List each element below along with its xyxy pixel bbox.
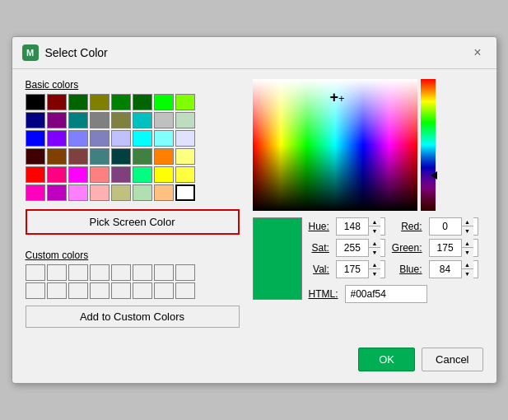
basic-color-swatch[interactable] xyxy=(90,148,110,165)
basic-color-swatch[interactable] xyxy=(154,166,174,183)
basic-color-swatch[interactable] xyxy=(26,112,45,128)
basic-color-swatch[interactable] xyxy=(26,184,45,201)
sat-input[interactable] xyxy=(337,240,368,256)
custom-color-swatch[interactable] xyxy=(111,264,131,281)
html-input[interactable] xyxy=(345,285,427,303)
sat-down[interactable]: ▼ xyxy=(369,248,380,257)
basic-color-swatch[interactable] xyxy=(68,112,88,128)
custom-color-swatch[interactable] xyxy=(68,264,88,281)
basic-color-swatch[interactable] xyxy=(47,94,67,110)
custom-color-swatch[interactable] xyxy=(175,264,195,281)
custom-color-swatch[interactable] xyxy=(68,282,88,299)
basic-color-swatch[interactable] xyxy=(47,112,67,128)
basic-color-swatch[interactable] xyxy=(175,130,195,147)
basic-color-swatch[interactable] xyxy=(47,130,67,147)
basic-color-swatch[interactable] xyxy=(26,166,45,183)
basic-color-swatch[interactable] xyxy=(47,184,67,201)
basic-color-swatch[interactable] xyxy=(154,94,174,110)
blue-input[interactable] xyxy=(430,261,461,278)
sat-field[interactable]: ▲ ▼ xyxy=(336,239,385,257)
custom-color-swatch[interactable] xyxy=(154,264,174,281)
hue-down[interactable]: ▼ xyxy=(369,226,380,236)
custom-color-swatch[interactable] xyxy=(90,282,110,299)
basic-color-swatch[interactable] xyxy=(133,184,152,201)
basic-color-swatch[interactable] xyxy=(175,112,195,128)
val-field[interactable]: ▲ ▼ xyxy=(336,260,385,278)
custom-color-swatch[interactable] xyxy=(47,282,67,299)
blue-down[interactable]: ▼ xyxy=(462,269,473,278)
blue-up[interactable]: ▲ xyxy=(462,260,473,269)
basic-color-swatch[interactable] xyxy=(111,112,131,128)
basic-color-swatch[interactable] xyxy=(154,184,174,201)
basic-color-swatch[interactable] xyxy=(68,166,88,183)
basic-color-swatch[interactable] xyxy=(90,166,110,183)
basic-color-swatch[interactable] xyxy=(26,94,45,110)
hue-field[interactable]: ▲ ▼ xyxy=(336,217,385,236)
green-down[interactable]: ▼ xyxy=(462,248,473,257)
red-up[interactable]: ▲ xyxy=(462,217,473,226)
basic-color-swatch[interactable] xyxy=(133,166,152,183)
basic-color-swatch[interactable] xyxy=(47,166,67,183)
basic-color-swatch[interactable] xyxy=(47,148,67,165)
basic-color-swatch[interactable] xyxy=(175,94,195,110)
basic-color-swatch[interactable] xyxy=(111,94,131,110)
ok-button[interactable]: OK xyxy=(358,348,415,371)
basic-color-swatch[interactable] xyxy=(154,148,174,165)
pick-screen-color-button[interactable]: Pick Screen Color xyxy=(26,209,240,235)
red-down[interactable]: ▼ xyxy=(462,226,473,236)
custom-color-swatch[interactable] xyxy=(175,282,195,299)
basic-color-swatch[interactable] xyxy=(90,130,110,147)
custom-color-swatch[interactable] xyxy=(133,282,152,299)
basic-color-swatch[interactable] xyxy=(26,148,45,165)
basic-color-swatch[interactable] xyxy=(68,130,88,147)
basic-color-swatch[interactable] xyxy=(133,148,152,165)
red-input[interactable] xyxy=(430,218,461,235)
basic-color-swatch[interactable] xyxy=(90,184,110,201)
basic-color-swatch[interactable] xyxy=(111,130,131,147)
basic-color-swatch[interactable] xyxy=(133,94,152,110)
basic-color-swatch[interactable] xyxy=(154,130,174,147)
green-up[interactable]: ▲ xyxy=(462,239,473,248)
close-button[interactable]: × xyxy=(468,44,486,62)
hue-slider[interactable] xyxy=(421,79,436,211)
blue-field[interactable]: ▲ ▼ xyxy=(429,260,478,278)
red-field[interactable]: ▲ ▼ xyxy=(429,217,478,236)
green-input[interactable] xyxy=(430,240,461,256)
hue-input[interactable] xyxy=(337,218,368,235)
gradient-canvas[interactable]: + xyxy=(253,79,417,211)
val-up[interactable]: ▲ xyxy=(369,260,380,269)
html-row: HTML: xyxy=(309,285,478,303)
green-field[interactable]: ▲ ▼ xyxy=(429,239,478,257)
custom-color-swatch[interactable] xyxy=(154,282,174,299)
add-to-custom-colors-button[interactable]: Add to Custom Colors xyxy=(26,306,240,328)
custom-color-swatch[interactable] xyxy=(47,264,67,281)
basic-color-swatch[interactable] xyxy=(175,148,195,165)
basic-color-swatch[interactable] xyxy=(90,112,110,128)
basic-color-swatch[interactable] xyxy=(133,130,152,147)
basic-color-swatch[interactable] xyxy=(154,112,174,128)
custom-color-swatch[interactable] xyxy=(133,264,152,281)
basic-color-swatch[interactable] xyxy=(68,148,88,165)
basic-color-swatch[interactable] xyxy=(90,94,110,110)
color-preview xyxy=(253,217,302,300)
basic-color-swatch[interactable] xyxy=(133,112,152,128)
custom-color-swatch[interactable] xyxy=(111,282,131,299)
cancel-button[interactable]: Cancel xyxy=(422,348,482,371)
basic-color-swatch[interactable] xyxy=(111,166,131,183)
sat-up[interactable]: ▲ xyxy=(369,239,380,248)
basic-color-swatch[interactable] xyxy=(175,184,195,201)
val-down[interactable]: ▼ xyxy=(369,269,380,278)
basic-color-swatch[interactable] xyxy=(111,148,131,165)
val-input[interactable] xyxy=(337,261,368,278)
bottom-controls: Hue: ▲ ▼ Red: ▲ xyxy=(253,217,483,303)
basic-color-swatch[interactable] xyxy=(26,130,45,147)
custom-color-swatch[interactable] xyxy=(90,264,110,281)
custom-color-swatch[interactable] xyxy=(26,264,45,281)
custom-color-swatch[interactable] xyxy=(26,282,45,299)
basic-color-swatch[interactable] xyxy=(68,184,88,201)
hue-up[interactable]: ▲ xyxy=(369,217,380,226)
basic-color-swatch[interactable] xyxy=(111,184,131,201)
sat-label: Sat: xyxy=(309,242,329,254)
basic-color-swatch[interactable] xyxy=(175,166,195,183)
basic-color-swatch[interactable] xyxy=(68,94,88,110)
